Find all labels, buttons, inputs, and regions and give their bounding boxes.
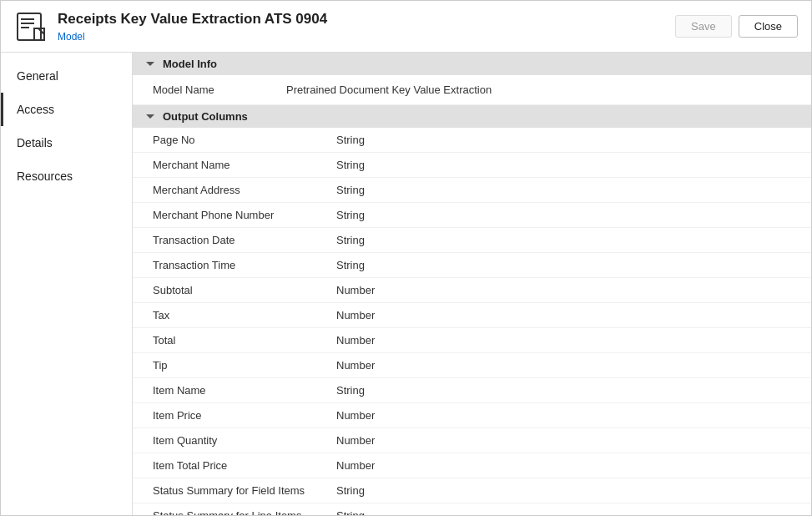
sidebar-item-access[interactable]: Access — [1, 93, 132, 126]
save-button[interactable]: Save — [675, 15, 732, 38]
model-info-header: Model Info — [133, 53, 811, 75]
output-col-type: Number — [336, 409, 375, 422]
output-col-name: Total — [153, 334, 336, 347]
output-col-type: String — [336, 509, 365, 515]
output-row: Merchant Phone NumberString — [133, 203, 811, 228]
output-col-name: Transaction Date — [153, 234, 336, 246]
output-col-name: Transaction Time — [153, 259, 336, 271]
output-col-type: Number — [336, 459, 375, 472]
output-row: TotalNumber — [133, 328, 811, 353]
output-col-type: String — [336, 184, 365, 196]
output-col-name: Subtotal — [153, 284, 336, 296]
collapse-triangle-output-columns[interactable] — [146, 114, 154, 119]
output-row: SubtotalNumber — [133, 278, 811, 303]
app-icon — [14, 10, 48, 43]
main-window: Receipts Key Value Extraction ATS 0904 M… — [0, 0, 812, 516]
output-col-name: Status Summary for Line Items — [153, 509, 336, 515]
output-row: Status Summary for Field ItemsString — [133, 478, 811, 503]
output-rows-container: Page NoStringMerchant NameStringMerchant… — [133, 128, 811, 515]
model-name-value: Pretrained Document Key Value Extraction — [286, 83, 492, 96]
model-info-label: Model Info — [163, 58, 217, 70]
output-col-type: Number — [336, 284, 375, 296]
output-columns-section: Output Columns Page NoStringMerchant Nam… — [133, 105, 811, 515]
sidebar-item-details[interactable]: Details — [1, 126, 132, 159]
output-col-name: Item Price — [153, 409, 336, 422]
header: Receipts Key Value Extraction ATS 0904 M… — [1, 1, 811, 53]
main-content: Model Info Model Name Pretrained Documen… — [133, 53, 811, 515]
output-row: Transaction TimeString — [133, 253, 811, 278]
output-row: Item PriceNumber — [133, 403, 811, 428]
sidebar-item-general[interactable]: General — [1, 59, 132, 93]
window-subtitle: Model — [58, 31, 675, 43]
sidebar: General Access Details Resources — [1, 53, 133, 515]
title-block: Receipts Key Value Extraction ATS 0904 M… — [58, 10, 675, 42]
output-col-type: String — [336, 134, 365, 146]
output-col-name: Page No — [153, 134, 336, 146]
output-columns-header: Output Columns — [133, 105, 811, 128]
output-col-type: Number — [336, 309, 375, 321]
model-name-row: Model Name Pretrained Document Key Value… — [133, 75, 811, 105]
output-row: Transaction DateString — [133, 228, 811, 253]
model-name-label: Model Name — [153, 83, 286, 96]
output-row: Item QuantityNumber — [133, 428, 811, 453]
output-row: TipNumber — [133, 353, 811, 378]
output-row: Merchant NameString — [133, 153, 811, 178]
header-buttons: Save Close — [675, 15, 798, 38]
output-row: TaxNumber — [133, 303, 811, 328]
output-col-type: String — [336, 159, 365, 171]
window-title: Receipts Key Value Extraction ATS 0904 — [58, 10, 675, 28]
output-col-type: Number — [336, 434, 375, 447]
output-col-name: Item Total Price — [153, 459, 336, 472]
output-col-type: String — [336, 234, 365, 246]
output-col-name: Merchant Name — [153, 159, 336, 171]
svg-rect-2 — [21, 23, 34, 24]
output-col-type: Number — [336, 334, 375, 347]
svg-rect-1 — [21, 18, 34, 20]
output-columns-label: Output Columns — [163, 110, 248, 123]
output-col-type: String — [336, 259, 365, 271]
output-col-type: Number — [336, 359, 375, 372]
output-col-name: Tip — [153, 359, 336, 372]
close-button[interactable]: Close — [739, 15, 798, 38]
output-col-name: Merchant Address — [153, 184, 336, 196]
output-row: Item NameString — [133, 378, 811, 403]
output-col-type: String — [336, 384, 365, 397]
output-col-name: Item Name — [153, 384, 336, 397]
output-row: Status Summary for Line ItemsString — [133, 503, 811, 515]
collapse-triangle-model-info[interactable] — [146, 62, 154, 66]
body: General Access Details Resources Model I… — [1, 53, 811, 515]
output-col-name: Item Quantity — [153, 434, 336, 447]
output-col-name: Status Summary for Field Items — [153, 484, 336, 497]
output-row: Page NoString — [133, 128, 811, 153]
output-row: Merchant AddressString — [133, 178, 811, 203]
output-col-name: Tax — [153, 309, 336, 321]
output-col-name: Merchant Phone Number — [153, 209, 336, 221]
svg-rect-3 — [21, 27, 29, 28]
sidebar-item-resources[interactable]: Resources — [1, 159, 132, 193]
output-row: Item Total PriceNumber — [133, 453, 811, 478]
output-col-type: String — [336, 484, 365, 497]
output-col-type: String — [336, 209, 365, 221]
